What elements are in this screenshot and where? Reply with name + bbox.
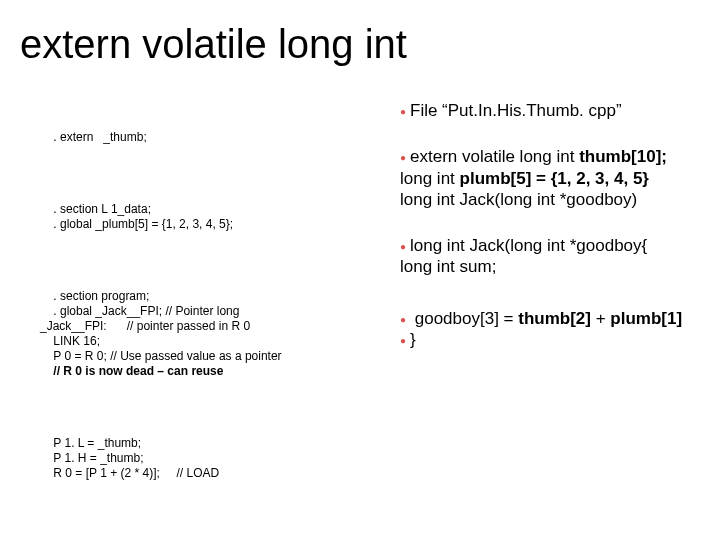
code-block-data-section: . section L 1_data; . global _plumb[5] =…	[40, 202, 360, 232]
code-line-bold: // R 0 is now dead – can reuse	[40, 364, 223, 378]
code-block-extern: . extern _thumb;	[40, 130, 360, 145]
code-block-program-section: . section program; . global _Jack__FPI; …	[40, 289, 360, 379]
func-close: ●}	[400, 329, 700, 350]
decl-plumb-a: long int	[400, 169, 460, 188]
bullet-icon: ●	[400, 314, 410, 327]
function-body-block: ●long int Jack(long int *goodboy{ long i…	[400, 235, 700, 278]
code-line: P 0 = R 0; // Use passed value as a poin…	[40, 349, 282, 363]
expr-pre: goodboy[3] =	[410, 309, 518, 328]
bullet-icon: ●	[400, 106, 410, 119]
expr-plumb: plumb[1]	[610, 309, 682, 328]
decl-thumb: ●extern volatile long int thumb[10];	[400, 146, 700, 167]
func-sum-decl: long int sum;	[400, 256, 700, 277]
code-line: _Jack__FPI: // pointer passed in R 0	[40, 319, 250, 333]
code-line: P 1. L = _thumb;	[40, 436, 141, 450]
expr-thumb: thumb[2]	[518, 309, 591, 328]
expr-line: ● goodboy[3] = thumb[2] + plumb[1]	[400, 308, 700, 329]
decl-plumb: long int plumb[5] = {1, 2, 3, 4, 5}	[400, 168, 700, 189]
bullet-icon: ●	[400, 241, 410, 254]
decl-thumb-b: thumb[10];	[579, 147, 667, 166]
left-column: . extern _thumb; . section L 1_data; . g…	[40, 100, 360, 540]
code-line: . global _plumb[5] = {1, 2, 3, 4, 5};	[40, 217, 233, 231]
slide: extern volatile long int . extern _thumb…	[0, 0, 720, 540]
decl-thumb-a: extern volatile long int	[410, 147, 579, 166]
decl-plumb-b: plumb[5] = {1, 2, 3, 4, 5}	[460, 169, 649, 188]
right-column: ●File “Put.In.His.Thumb. cpp” ●extern vo…	[400, 100, 700, 350]
file-name-line: ●File “Put.In.His.Thumb. cpp”	[400, 100, 700, 121]
func-open: ●long int Jack(long int *goodboy{	[400, 235, 700, 256]
decl-jack: long int Jack(long int *goodboy)	[400, 189, 700, 210]
code-line: R 0 = [P 1 + (2 * 4)]; // LOAD	[40, 466, 219, 480]
func-open-text: long int Jack(long int *goodboy{	[410, 236, 647, 255]
bullet-icon: ●	[400, 335, 410, 348]
code-line: . global _Jack__FPI; // Pointer long	[40, 304, 239, 318]
bullet-icon: ●	[400, 152, 410, 165]
code-line: P 1. H = _thumb;	[40, 451, 144, 465]
declarations-block: ●extern volatile long int thumb[10]; lon…	[400, 146, 700, 210]
file-name-text: File “Put.In.His.Thumb. cpp”	[410, 101, 622, 120]
code-line: LINK 16;	[40, 334, 100, 348]
expression-block: ● goodboy[3] = thumb[2] + plumb[1] ●}	[400, 308, 700, 351]
expr-mid: +	[591, 309, 610, 328]
func-close-brace: }	[410, 330, 416, 349]
code-line: . section L 1_data;	[40, 202, 151, 216]
code-line: . section program;	[40, 289, 149, 303]
slide-title: extern volatile long int	[20, 22, 407, 67]
code-block-thumb-load: P 1. L = _thumb; P 1. H = _thumb; R 0 = …	[40, 436, 360, 481]
